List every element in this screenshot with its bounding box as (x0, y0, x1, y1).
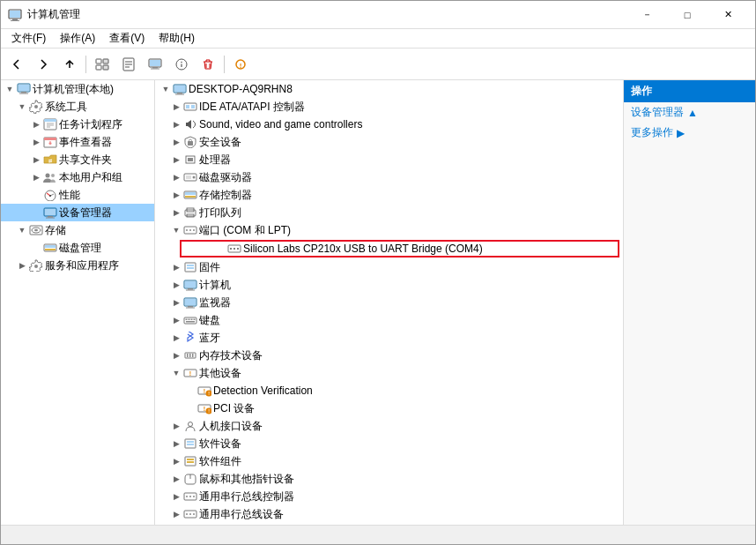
info-button[interactable] (169, 52, 194, 77)
left-event-viewer[interactable]: ▶ 事件查看器 (1, 133, 154, 151)
svg-rect-27 (44, 119, 56, 122)
left-local-users[interactable]: ▶ 本地用户和组 (1, 168, 154, 186)
menu-view[interactable]: 查看(V) (102, 29, 152, 48)
middle-computer[interactable]: ▶ 计算机 (155, 276, 623, 294)
svg-point-25 (34, 105, 38, 108)
menu-help[interactable]: 帮助(H) (152, 29, 202, 48)
event-viewer-label: 事件查看器 (59, 135, 112, 150)
software-components-icon (183, 454, 197, 468)
silicon-labs-icon (227, 242, 241, 256)
computer-view-button[interactable] (143, 52, 167, 77)
middle-processor[interactable]: ▶ 处理器 (155, 151, 623, 168)
processor-expander: ▶ (169, 153, 183, 167)
disk-management-icon (43, 241, 57, 255)
middle-pci-device[interactable]: ! ! PCI 设备 (155, 399, 623, 417)
middle-root-node[interactable]: ▼ DESKTOP-AQ9RHN8 (155, 80, 623, 98)
middle-firmware[interactable]: ▶ 固件 (155, 258, 623, 276)
middle-com-lpt[interactable]: ▼ 端口 (COM 和 LPT) (155, 221, 623, 239)
svg-point-46 (34, 229, 38, 231)
other-devices-icon: ! (183, 366, 197, 380)
middle-serial-devices[interactable]: ▶ 通用串行总线设备 (155, 505, 623, 523)
more-actions-label: 更多操作 (631, 125, 673, 140)
left-performance[interactable]: 性能 (1, 186, 154, 204)
forward-button[interactable] (31, 52, 56, 77)
svg-point-37 (51, 174, 55, 177)
pci-device-label: PCI 设备 (213, 401, 255, 416)
processor-label: 处理器 (199, 153, 231, 168)
svg-point-125 (193, 513, 195, 515)
middle-disk-drives[interactable]: ▶ 磁盘驱动器 (155, 168, 623, 186)
menu-action[interactable]: 操作(A) (53, 29, 102, 48)
left-root-node[interactable]: ▼ 计算机管理(本地) (1, 80, 154, 98)
svg-rect-85 (186, 290, 195, 291)
performance-label: 性能 (59, 188, 80, 203)
middle-other-devices[interactable]: ▼ ! 其他设备 (155, 364, 623, 382)
middle-silicon-labs[interactable]: Silicon Labs CP210x USB to UART Bridge (… (180, 240, 619, 258)
middle-monitors[interactable]: ▶ 监视器 (155, 294, 623, 311)
middle-mouse-devices[interactable]: ▶ 鼠标和其他指针设备 (155, 470, 623, 488)
action-more[interactable]: 更多操作 ▶ (624, 123, 755, 143)
security-icon (183, 135, 197, 149)
computer-expander: ▶ (169, 278, 183, 292)
minimize-btn[interactable]: － (626, 1, 667, 29)
middle-software-devices[interactable]: ▶ 软件设备 (155, 435, 623, 452)
middle-panel: ▼ DESKTOP-AQ9RHN8 ▶ IDE ATA/ATAPI (155, 80, 623, 525)
storage-label: 存储 (45, 223, 66, 238)
svg-rect-61 (188, 158, 193, 161)
middle-print-queues[interactable]: ▶ 打印队列 (155, 204, 623, 221)
middle-sound[interactable]: ▶ Sound, video and game controllers (155, 116, 623, 133)
svg-point-36 (46, 174, 50, 178)
svg-point-121 (193, 496, 195, 497)
svg-rect-95 (186, 321, 195, 323)
device-manager-expander (29, 205, 43, 220)
middle-detection-verify[interactable]: ! ! Detection Verification (155, 382, 623, 399)
svg-point-74 (193, 229, 195, 231)
right-arrow-icon: ▶ (677, 127, 685, 139)
back-button[interactable] (4, 52, 29, 77)
memory-tech-expander: ▶ (169, 348, 183, 362)
extra-button[interactable]: ! (228, 52, 253, 77)
human-interface-icon (183, 419, 197, 433)
security-expander: ▶ (169, 135, 183, 149)
show-console-tree-button[interactable] (90, 52, 115, 77)
middle-memory-tech[interactable]: ▶ 内存技术设备 (155, 347, 623, 364)
middle-ide[interactable]: ▶ IDE ATA/ATAPI 控制器 (155, 98, 623, 116)
middle-bluetooth[interactable]: ▶ 蓝牙 (155, 329, 623, 347)
svg-rect-32 (44, 138, 56, 140)
delete-button[interactable] (196, 52, 220, 77)
human-interface-label: 人机接口设备 (199, 419, 263, 434)
svg-rect-24 (19, 93, 28, 94)
svg-point-39 (49, 195, 51, 197)
middle-human-interface[interactable]: ▶ 人机接口设备 (155, 417, 623, 435)
up-button[interactable] (57, 52, 82, 77)
middle-keyboard[interactable]: ▶ 键盘 (155, 311, 623, 329)
menu-file[interactable]: 文件(F) (4, 29, 53, 48)
left-storage[interactable]: ▼ 存储 (1, 221, 154, 239)
left-device-manager[interactable]: 设备管理器 (1, 204, 154, 221)
left-disk-management[interactable]: 磁盘管理 (1, 239, 154, 257)
middle-serial-bus-ctrl[interactable]: ▶ 通用串行总线控制器 (155, 488, 623, 505)
com-lpt-label: 端口 (COM 和 LPT) (199, 223, 291, 238)
ide-expander: ▶ (169, 100, 183, 114)
svg-rect-64 (186, 175, 191, 179)
middle-software-components[interactable]: ▶ 软件组件 (155, 452, 623, 470)
left-task-scheduler[interactable]: ▶ 任务计划程序 (1, 116, 154, 133)
left-system-tools[interactable]: ▼ 系统工具 (1, 98, 154, 116)
action-panel-title: 操作 (624, 80, 755, 102)
properties-button[interactable] (116, 52, 141, 77)
title-bar-left: 计算机管理 (8, 7, 80, 22)
svg-rect-57 (191, 105, 195, 108)
maximize-btn[interactable]: □ (667, 1, 708, 29)
action-device-manager[interactable]: 设备管理器 ▲ (624, 102, 755, 123)
left-shared-folders[interactable]: ▶ ⇄ 共享文件夹 (1, 151, 154, 168)
middle-security[interactable]: ▶ 安全设备 (155, 133, 623, 151)
svg-point-63 (193, 176, 196, 179)
ide-icon (183, 100, 197, 114)
svg-rect-91 (186, 319, 188, 321)
svg-rect-81 (187, 267, 194, 269)
toolbar: ! (1, 49, 755, 80)
left-services[interactable]: ▶ 服务和应用程序 (1, 257, 154, 274)
middle-storage-ctrl[interactable]: ▶ 存储控制器 (155, 186, 623, 204)
bluetooth-icon (183, 331, 197, 345)
close-btn[interactable]: ✕ (708, 1, 748, 29)
